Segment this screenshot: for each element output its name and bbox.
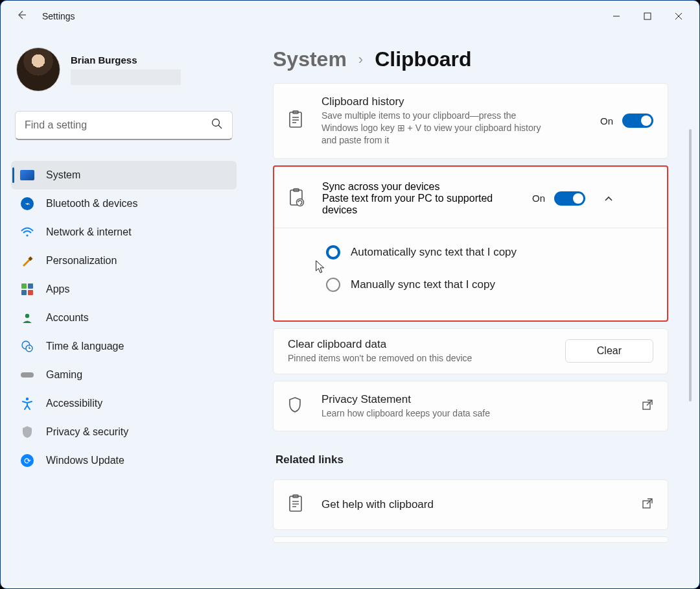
clipboard-icon [288, 494, 306, 515]
breadcrumb: System › Clipboard [273, 43, 692, 83]
sidebar-item-label: Accounts [46, 312, 89, 324]
sidebar-item-label: System [46, 169, 80, 181]
gamepad-icon [20, 368, 34, 381]
sidebar-item-label: Bluetooth & devices [46, 198, 137, 210]
svg-point-8 [25, 314, 29, 318]
sidebar-item-label: Accessibility [46, 398, 102, 409]
card-title: Clipboard history [321, 95, 585, 108]
settings-window: Settings Brian Burgess [0, 0, 700, 589]
toggle-clipboard-history[interactable] [622, 114, 653, 128]
external-link-icon [642, 498, 653, 512]
card-clipboard-history: Clipboard history Save multiple items to… [273, 83, 668, 159]
sidebar-item-accessibility[interactable]: Accessibility [11, 389, 237, 418]
back-button[interactable] [16, 10, 27, 23]
scrollbar[interactable] [689, 129, 692, 402]
mouse-cursor-icon [315, 260, 327, 277]
nav: System ⌁ Bluetooth & devices Network & i… [11, 161, 237, 475]
sidebar-item-apps[interactable]: Apps [11, 275, 237, 304]
card-desc: Paste text from your PC to supported dev… [322, 193, 517, 216]
external-link-icon [642, 399, 653, 413]
card-get-help[interactable]: Get help with clipboard [273, 479, 668, 530]
sidebar-item-label: Privacy & security [46, 426, 128, 438]
radio-label: Manually sync text that I copy [351, 278, 495, 291]
sidebar-item-label: Network & internet [46, 226, 132, 238]
user-name: Brian Burgess [71, 54, 181, 66]
paintbrush-icon [20, 254, 34, 267]
main-content: System › Clipboard Clipboard history Sav… [247, 32, 699, 588]
sidebar-item-label: Personalization [46, 255, 117, 267]
update-icon: ⟳ [20, 454, 34, 467]
svg-point-12 [26, 398, 29, 400]
clipboard-icon [288, 110, 306, 131]
svg-rect-11 [21, 372, 34, 378]
sidebar-item-label: Gaming [46, 369, 82, 381]
globe-clock-icon [20, 340, 34, 353]
clipboard-sync-icon [288, 188, 307, 209]
app-title: Settings [42, 11, 75, 21]
sidebar-item-personalization[interactable]: Personalization [11, 246, 237, 275]
search-input[interactable] [25, 119, 211, 131]
card-title: Sync across your devices [322, 181, 517, 193]
svg-line-5 [218, 125, 222, 128]
sidebar-item-bluetooth[interactable]: ⌁ Bluetooth & devices [11, 189, 237, 218]
titlebar: Settings [1, 1, 699, 32]
profile[interactable]: Brian Burgess [11, 47, 237, 99]
toggle-state-label: On [532, 193, 545, 204]
avatar [16, 47, 60, 91]
sidebar-item-accounts[interactable]: Accounts [11, 304, 237, 332]
radio-auto-sync[interactable]: Automatically sync text that I copy [326, 245, 654, 259]
card-desc: Learn how clipboard keeps your data safe [321, 407, 626, 420]
card-desc: Save multiple items to your clipboard—pr… [321, 110, 542, 147]
radio-unselected-icon [326, 278, 340, 292]
user-email-redacted [71, 69, 181, 85]
chevron-up-icon[interactable] [601, 193, 616, 204]
sidebar-item-network[interactable]: Network & internet [11, 218, 237, 246]
svg-point-6 [26, 234, 28, 236]
card-privacy-statement[interactable]: Privacy Statement Learn how clipboard ke… [273, 381, 668, 432]
sidebar-item-label: Time & language [46, 341, 124, 352]
toggle-sync-devices[interactable] [554, 191, 585, 206]
svg-point-20 [297, 198, 304, 206]
svg-rect-1 [644, 13, 651, 19]
breadcrumb-parent[interactable]: System [273, 47, 347, 71]
card-title: Privacy Statement [321, 393, 626, 406]
wifi-icon [20, 226, 34, 239]
system-icon [20, 169, 34, 182]
clear-button[interactable]: Clear [565, 339, 653, 363]
close-button[interactable] [663, 1, 694, 32]
radio-label: Automatically sync text that I copy [351, 246, 517, 259]
sidebar-item-system[interactable]: System [11, 161, 237, 189]
related-links-heading: Related links [275, 453, 668, 466]
bluetooth-icon: ⌁ [20, 197, 34, 210]
accessibility-icon [20, 397, 34, 410]
maximize-button[interactable] [632, 1, 663, 32]
shield-outline-icon [288, 396, 306, 416]
person-icon [20, 311, 34, 324]
card-clear-clipboard: Clear clipboard data Pinned items won't … [273, 328, 668, 374]
shield-icon [20, 426, 34, 439]
card-placeholder [273, 536, 668, 543]
breadcrumb-current: Clipboard [375, 47, 471, 71]
sidebar-item-time-language[interactable]: Time & language [11, 332, 237, 361]
card-sync-devices: Sync across your devices Paste text from… [273, 165, 668, 322]
card-title: Get help with clipboard [321, 498, 626, 511]
sidebar: Brian Burgess System ⌁ Bluetooth & devic… [1, 32, 247, 588]
sidebar-item-privacy-security[interactable]: Privacy & security [11, 418, 237, 446]
search-box[interactable] [15, 111, 233, 140]
sidebar-item-label: Windows Update [46, 455, 124, 466]
toggle-state-label: On [600, 115, 613, 126]
search-icon [211, 118, 223, 132]
sidebar-item-windows-update[interactable]: ⟳ Windows Update [11, 446, 237, 475]
radio-selected-icon [326, 245, 340, 259]
card-title: Clear clipboard data [288, 338, 550, 351]
chevron-right-icon: › [358, 51, 363, 68]
sidebar-item-gaming[interactable]: Gaming [11, 361, 237, 389]
card-desc: Pinned items won't be removed on this de… [288, 352, 550, 365]
minimize-button[interactable] [601, 1, 632, 32]
sidebar-item-label: Apps [46, 283, 69, 295]
radio-manual-sync[interactable]: Manually sync text that I copy [326, 278, 654, 292]
svg-point-4 [213, 119, 220, 126]
apps-icon [20, 283, 34, 296]
